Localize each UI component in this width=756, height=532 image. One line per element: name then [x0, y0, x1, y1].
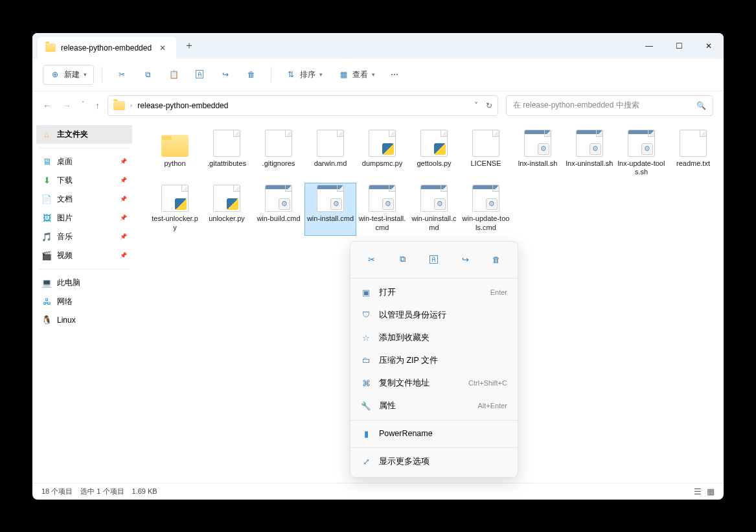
ctx-copy-path[interactable]: ⌘ 复制文件地址 Ctrl+Shift+C: [350, 372, 518, 395]
chevron-right-icon: ›: [130, 102, 132, 109]
file-item[interactable]: lnx-uninstall.sh: [564, 128, 615, 181]
maximize-button[interactable]: ☐: [664, 33, 694, 59]
back-button[interactable]: ←: [43, 100, 52, 111]
minimize-button[interactable]: —: [634, 33, 664, 59]
paste-icon: 📋: [168, 69, 179, 80]
file-item[interactable]: python: [149, 128, 201, 181]
tab-active[interactable]: release-python-embedded ✕: [38, 37, 176, 59]
file-item[interactable]: win-build.cmd: [253, 183, 304, 236]
ctx-shortcut: Enter: [490, 288, 507, 296]
copy-button[interactable]: ⧉: [136, 65, 159, 84]
ctx-compress-zip[interactable]: 🗀 压缩为 ZIP 文件: [350, 349, 518, 372]
sidebar-item-desktop[interactable]: 🖥桌面📌: [32, 152, 136, 171]
sidebar-item-documents[interactable]: 📄文档📌: [32, 190, 136, 209]
ctx-run-admin[interactable]: 🛡 以管理员身份运行: [350, 304, 518, 327]
download-icon: ⬇: [41, 175, 52, 185]
sidebar-item-pictures[interactable]: 🖼图片📌: [32, 209, 136, 227]
more-icon: ⤢: [361, 457, 371, 467]
cut-button[interactable]: ✂: [110, 65, 133, 84]
sidebar-item-thispc[interactable]: 💻此电脑: [32, 273, 136, 292]
ctx-label: 显示更多选项: [379, 456, 430, 467]
gear-file-icon: [317, 185, 344, 212]
forward-button[interactable]: →: [62, 100, 71, 111]
view-icon: ▦: [338, 69, 349, 80]
trash-icon: 🗑: [492, 255, 501, 264]
sidebar-item-downloads[interactable]: ⬇下载📌: [32, 171, 136, 190]
ctx-open[interactable]: ▣ 打开 Enter: [350, 281, 518, 304]
ctx-copy-button[interactable]: ⧉: [393, 249, 413, 270]
file-item[interactable]: lnx-update-tools.sh: [615, 128, 667, 181]
file-label: unlocker.py: [209, 214, 245, 224]
view-label: 查看: [352, 69, 368, 80]
file-item[interactable]: .gitattributes: [201, 128, 253, 181]
file-item[interactable]: win-install.cmd: [304, 183, 356, 236]
ctx-cut-button[interactable]: ✂: [361, 249, 382, 270]
address-bar[interactable]: › release-python-embedded ˅ ↻: [108, 95, 498, 116]
scissors-icon: ✂: [368, 255, 375, 264]
py-file-icon: [213, 185, 240, 212]
ctx-add-favorite[interactable]: ☆ 添加到收藏夹: [350, 327, 518, 349]
ctx-power-rename[interactable]: ▮ PowerRename: [350, 423, 518, 445]
details-view-button[interactable]: ☰: [694, 487, 702, 496]
sidebar-item-linux[interactable]: 🐧Linux: [32, 311, 136, 329]
refresh-button[interactable]: ↻: [486, 101, 492, 110]
delete-button[interactable]: 🗑: [240, 65, 263, 84]
file-item[interactable]: .gitignores: [253, 128, 304, 181]
share-button[interactable]: ↪: [214, 65, 237, 84]
sidebar-label: 主文件夹: [57, 129, 88, 140]
sidebar-item-network[interactable]: 🖧网络: [32, 292, 136, 311]
file-item[interactable]: unlocker.py: [201, 183, 253, 236]
more-button[interactable]: ⋯: [384, 66, 405, 83]
file-item[interactable]: test-unlocker.py: [149, 183, 201, 236]
pictures-icon: 🖼: [41, 213, 52, 223]
address-row: ← → ˅ ↑ › release-python-embedded ˅ ↻ 在 …: [32, 91, 724, 120]
file-label: win-uninstall.cmd: [410, 214, 458, 233]
file-item[interactable]: win-test-install.cmd: [356, 183, 408, 236]
file-item[interactable]: darwin.md: [304, 128, 356, 181]
separator: [102, 67, 102, 82]
ctx-share-button[interactable]: ↪: [455, 249, 475, 270]
history-dropdown[interactable]: ˅: [82, 100, 85, 111]
file-item[interactable]: LICENSE: [460, 128, 512, 181]
sidebar-label: 图片: [57, 213, 73, 224]
view-button[interactable]: ▦ 查看 ▾: [332, 65, 382, 84]
file-label: lnx-uninstall.sh: [566, 159, 613, 168]
icons-view-button[interactable]: ▦: [707, 487, 715, 496]
tab-close-button[interactable]: ✕: [157, 42, 168, 54]
tab-title: release-python-embedded: [61, 43, 152, 52]
file-grid: python.gitattributes.gitignoresdarwin.md…: [149, 128, 724, 236]
gear-file-icon: [472, 185, 499, 212]
file-label: win-build.cmd: [257, 214, 300, 224]
sidebar-item-videos[interactable]: 🎬视频📌: [32, 246, 136, 265]
chevron-down-icon[interactable]: ˅: [474, 101, 478, 110]
close-button[interactable]: ✕: [694, 33, 724, 59]
sort-button[interactable]: ⇅ 排序 ▾: [279, 65, 329, 84]
file-item[interactable]: gettools.py: [408, 128, 460, 181]
file-item[interactable]: win-uninstall.cmd: [408, 183, 460, 236]
folder-icon: [45, 43, 56, 52]
file-item[interactable]: dumpsmc.py: [356, 128, 408, 181]
up-button[interactable]: ↑: [95, 100, 100, 111]
sidebar-item-home[interactable]: ⌂ 主文件夹: [36, 125, 132, 144]
paste-button[interactable]: 📋: [162, 65, 185, 84]
chevron-down-icon: ▾: [372, 71, 375, 78]
ctx-delete-button[interactable]: 🗑: [487, 249, 507, 270]
new-button[interactable]: ⊕ 新建 ▾: [43, 65, 94, 85]
status-count: 18 个项目: [41, 487, 73, 496]
rename-button[interactable]: 🄰: [188, 65, 211, 84]
new-tab-button[interactable]: ＋: [184, 39, 194, 52]
file-item[interactable]: win-update-tools.cmd: [460, 183, 512, 236]
file-item[interactable]: readme.txt: [667, 128, 719, 181]
ctx-show-more[interactable]: ⤢ 显示更多选项: [350, 450, 518, 473]
ctx-rename-button[interactable]: 🄰: [424, 249, 444, 270]
file-item[interactable]: lnx-install.sh: [512, 128, 564, 181]
status-selected: 选中 1 个项目: [80, 487, 124, 496]
sidebar-item-music[interactable]: 🎵音乐📌: [32, 227, 136, 246]
gear-file-icon: [420, 185, 448, 212]
titlebar: release-python-embedded ✕ ＋ — ☐ ✕: [32, 33, 724, 59]
chevron-down-icon: ▾: [84, 71, 87, 78]
ctx-label: 压缩为 ZIP 文件: [379, 355, 438, 366]
ctx-properties[interactable]: 🔧 属性 Alt+Enter: [350, 395, 518, 417]
desktop-icon: 🖥: [41, 156, 52, 167]
search-input[interactable]: 在 release-python-embedded 中搜索 🔍: [506, 95, 713, 116]
